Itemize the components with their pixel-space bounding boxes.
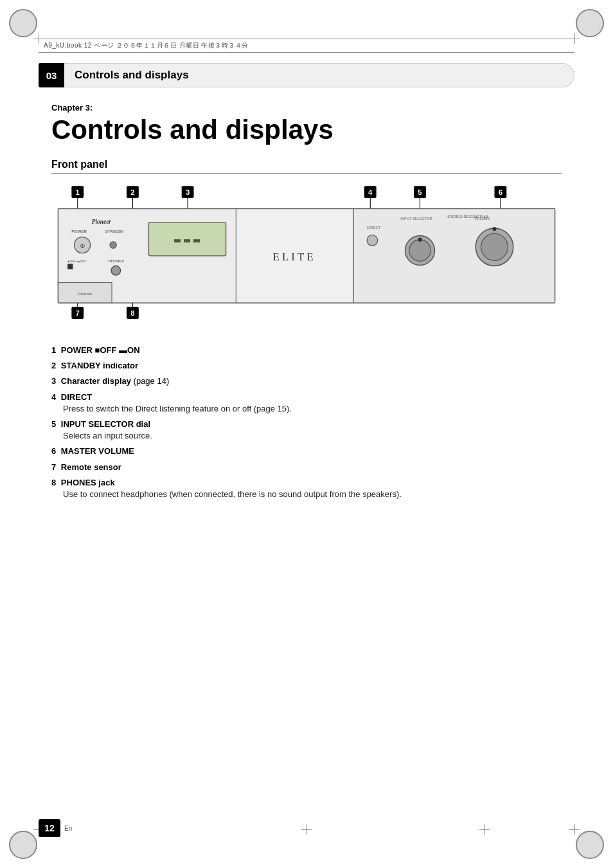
- svg-text:6: 6: [499, 188, 502, 196]
- svg-text:⏻: ⏻: [80, 243, 85, 249]
- device-diagram: 1 2 3 4 5 6: [51, 183, 562, 333]
- item-desc-8: Use to connect headphones (when connecte…: [63, 489, 562, 500]
- svg-point-44: [481, 234, 508, 261]
- page-number: 12: [39, 819, 60, 837]
- svg-point-29: [111, 266, 121, 276]
- item-title-5: INPUT SELECTOR dial: [61, 419, 150, 429]
- svg-text:2: 2: [130, 188, 134, 196]
- item-row-2: 2 STANDBY indicator: [51, 360, 562, 372]
- svg-text:DIRECT: DIRECT: [367, 226, 381, 230]
- svg-text:Pioneer: Pioneer: [92, 219, 112, 225]
- item-num-3: 3: [51, 376, 56, 386]
- item-num-2: 2: [51, 361, 56, 370]
- svg-text:4: 4: [368, 188, 373, 196]
- chapter-label: Chapter 3:: [51, 103, 562, 113]
- svg-text:5: 5: [418, 188, 422, 196]
- svg-point-37: [367, 235, 378, 246]
- item-title-2: STANDBY indicator: [61, 361, 138, 370]
- svg-text:7: 7: [76, 309, 80, 317]
- items-list: 1 POWER ■OFF ▬ON 2 STANDBY indicator 3 C…: [51, 345, 562, 500]
- front-panel-svg: 1 2 3 4 5 6: [51, 183, 562, 331]
- page-footer: 12 En: [39, 819, 72, 837]
- item-row-8: 8 PHONES jack Use to connect headphones …: [51, 477, 562, 500]
- front-panel-heading: Front panel: [51, 159, 562, 174]
- svg-point-41: [418, 238, 422, 242]
- crosshair-bm: [301, 824, 312, 835]
- main-content: Chapter 3: Controls and displays Front p…: [51, 103, 562, 504]
- item-num-5: 5: [51, 419, 56, 429]
- item-num-7: 7: [51, 462, 56, 472]
- svg-text:STANDBY: STANDBY: [105, 229, 125, 233]
- item-row-7: 7 Remote sensor: [51, 462, 562, 473]
- svg-text:Remote: Remote: [78, 292, 92, 296]
- item-row-1: 1 POWER ■OFF ▬ON: [51, 345, 562, 356]
- crosshair-br: [569, 824, 580, 835]
- item-row-4: 4 DIRECT Press to switch the Direct list…: [51, 392, 562, 415]
- item-title-4: DIRECT: [61, 392, 92, 402]
- crosshair-br2: [479, 824, 490, 835]
- svg-text:■■ ■■ ■■: ■■ ■■ ■■: [174, 237, 200, 244]
- item-row-6: 6 MASTER VOLUME: [51, 446, 562, 457]
- item-row-5: 5 INPUT SELECTOR dial Selects an input s…: [51, 419, 562, 442]
- item-title-1: POWER ■OFF ▬ON: [61, 345, 140, 355]
- item-num-4: 4: [51, 392, 56, 402]
- item-title-7: Remote sensor: [61, 462, 121, 472]
- item-row-3: 3 Character display (page 14): [51, 375, 562, 387]
- svg-point-45: [492, 227, 496, 231]
- item-num-6: 6: [51, 446, 56, 456]
- item-desc-3-inline: (page 14): [131, 376, 169, 386]
- item-desc-4: Press to switch the Direct listening fea…: [63, 403, 562, 415]
- item-title-3: Character display: [61, 376, 131, 386]
- page-lang: En: [64, 825, 72, 832]
- svg-text:INPUT SELECTOR: INPUT SELECTOR: [400, 217, 432, 221]
- chapter-big-title: Controls and displays: [51, 115, 562, 145]
- svg-text:1: 1: [76, 188, 80, 196]
- svg-rect-27: [67, 264, 73, 269]
- svg-text:POWER: POWER: [71, 229, 87, 233]
- svg-text:PHONES: PHONES: [109, 259, 124, 263]
- chapter-header-title: Controls and displays: [64, 63, 574, 87]
- svg-text:●OFF  ▬ON: ●OFF ▬ON: [67, 259, 85, 263]
- svg-text:8: 8: [130, 309, 135, 317]
- svg-rect-34: [353, 209, 555, 303]
- svg-text:ELITE: ELITE: [273, 251, 316, 263]
- top-bar-text: A9_kU.book 12 ページ ２０６年１１月６日 月曜日 午後３時３４分: [44, 41, 249, 50]
- item-num-1: 1: [51, 345, 56, 355]
- svg-point-40: [409, 240, 431, 261]
- svg-text:VOLUME: VOLUME: [474, 217, 490, 221]
- svg-point-25: [110, 242, 116, 248]
- svg-text:3: 3: [186, 188, 190, 196]
- top-bar: A9_kU.book 12 ページ ２０６年１１月６日 月曜日 午後３時３４分: [39, 39, 574, 53]
- chapter-header: 03 Controls and displays: [39, 63, 574, 87]
- item-num-8: 8: [51, 478, 56, 487]
- item-desc-5: Selects an input source.: [63, 430, 562, 442]
- item-title-8: PHONES jack: [61, 478, 115, 487]
- item-title-6: MASTER VOLUME: [61, 446, 134, 456]
- chapter-number: 03: [39, 63, 64, 87]
